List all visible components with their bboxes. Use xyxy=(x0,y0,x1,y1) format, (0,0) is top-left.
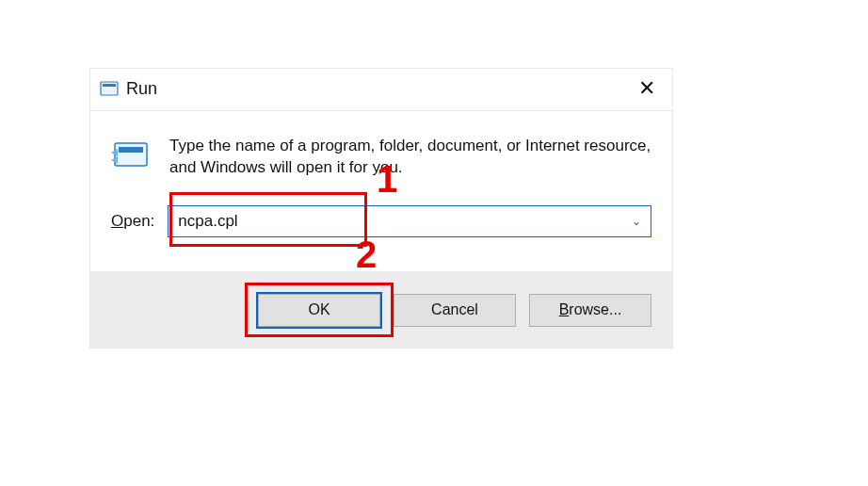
run-title-icon xyxy=(100,80,119,97)
dialog-body: Type the name of a program, folder, docu… xyxy=(90,111,672,271)
close-button[interactable]: ✕ xyxy=(631,76,663,101)
ok-button[interactable]: OK xyxy=(258,294,380,327)
titlebar: Run ✕ xyxy=(90,69,672,110)
instruction-text: Type the name of a program, folder, docu… xyxy=(169,136,651,179)
dialog-title: Run xyxy=(126,79,631,99)
cancel-button[interactable]: Cancel xyxy=(394,294,516,327)
open-label: Open: xyxy=(111,212,154,231)
message-row: Type the name of a program, folder, docu… xyxy=(111,136,651,179)
svg-rect-1 xyxy=(103,84,116,87)
dialog-footer: OK Cancel Browse... 2 xyxy=(90,271,672,348)
browse-button[interactable]: Browse... xyxy=(529,294,651,327)
svg-rect-3 xyxy=(119,147,143,153)
svg-rect-2 xyxy=(115,143,147,166)
open-row: Open: ⌄ 1 xyxy=(111,205,651,237)
run-dialog: Run ✕ Type the name of a program, folder… xyxy=(89,68,673,348)
open-input[interactable] xyxy=(169,208,651,235)
run-icon xyxy=(111,138,153,171)
open-combobox[interactable]: ⌄ xyxy=(168,205,651,237)
